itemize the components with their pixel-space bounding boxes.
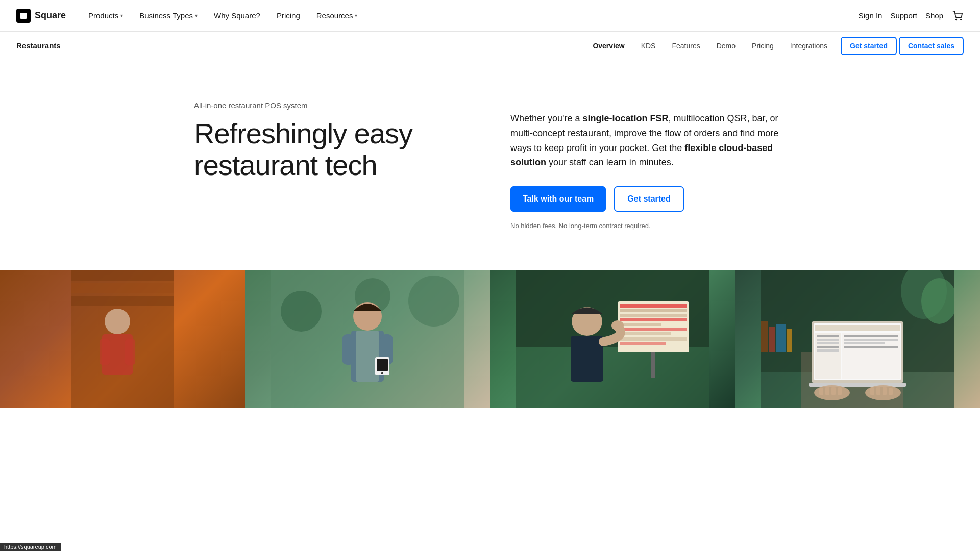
svg-rect-60 (844, 346, 898, 348)
nav-right: Sign In Support Shop (859, 10, 964, 22)
svg-rect-32 (620, 337, 687, 341)
hero-section: All-in-one restaurant POS system Refresh… (133, 60, 847, 270)
pos-scene (516, 270, 709, 408)
image-strip (0, 270, 980, 408)
svg-point-12 (408, 276, 459, 327)
svg-rect-42 (761, 321, 768, 352)
chevron-down-icon: ▾ (120, 13, 123, 18)
svg-rect-36 (571, 336, 603, 382)
nav-products[interactable]: Products ▾ (82, 7, 129, 24)
chevron-down-icon: ▾ (195, 13, 198, 18)
subnav-overview[interactable]: Overview (585, 38, 631, 54)
svg-rect-25 (620, 304, 687, 308)
svg-rect-27 (620, 314, 687, 317)
image-pos (490, 270, 735, 408)
brand-label: Restaurants (16, 41, 61, 50)
subnav-pricing[interactable]: Pricing (745, 38, 781, 54)
svg-rect-28 (620, 318, 687, 321)
svg-rect-26 (620, 309, 687, 312)
logo-icon (16, 9, 31, 23)
get-started-button[interactable]: Get started (614, 186, 683, 212)
svg-rect-70 (883, 387, 887, 395)
nav-why-square[interactable]: Why Square? (208, 7, 266, 24)
hero-right: Whether you're a single-location FSR, mu… (510, 101, 786, 230)
hero-title: Refreshingly easy restaurant tech (194, 118, 470, 181)
server-background (245, 270, 490, 408)
nav-business-types[interactable]: Business Types ▾ (133, 7, 204, 24)
svg-point-11 (281, 291, 322, 332)
svg-rect-33 (620, 342, 666, 345)
svg-rect-55 (817, 346, 839, 348)
laptop-scene (761, 270, 954, 408)
svg-rect-4 (71, 283, 174, 293)
cart-icon[interactable] (951, 10, 964, 22)
nav-products-label: Products (88, 11, 118, 20)
image-kitchen (0, 270, 245, 408)
image-server (245, 270, 490, 408)
svg-rect-43 (769, 327, 775, 352)
subnav-integrations[interactable]: Integrations (783, 38, 835, 54)
logo-icon-inner (20, 13, 27, 19)
talk-with-team-button[interactable]: Talk with our team (510, 186, 606, 212)
svg-point-37 (611, 320, 624, 331)
svg-rect-45 (787, 329, 792, 352)
svg-rect-31 (620, 332, 671, 335)
svg-rect-67 (838, 387, 842, 395)
svg-rect-30 (620, 328, 687, 331)
svg-rect-58 (844, 339, 898, 341)
image-laptop (735, 270, 980, 408)
hero-eyebrow: All-in-one restaurant POS system (194, 101, 470, 110)
svg-rect-71 (889, 388, 893, 395)
logo-text: Square (35, 10, 66, 21)
svg-rect-66 (831, 387, 836, 395)
nav-business-types-label: Business Types (139, 11, 193, 20)
kitchen-background (0, 270, 245, 408)
svg-rect-17 (342, 334, 355, 365)
svg-rect-57 (844, 335, 898, 337)
svg-point-6 (105, 309, 130, 334)
svg-rect-65 (825, 387, 829, 395)
hero-buttons: Talk with our team Get started (510, 186, 786, 212)
svg-rect-44 (776, 324, 786, 352)
svg-rect-20 (377, 359, 388, 371)
sub-nav-items: Overview KDS Features Demo Pricing Integ… (585, 37, 964, 55)
svg-rect-69 (876, 387, 880, 395)
hero-disclaimer: No hidden fees. No long-term contract re… (510, 222, 786, 230)
logo[interactable]: Square (16, 9, 66, 23)
subnav-get-started-button[interactable]: Get started (841, 37, 897, 55)
nav-why-square-label: Why Square? (214, 11, 260, 20)
subnav-features[interactable]: Features (665, 38, 707, 54)
svg-rect-8 (100, 339, 110, 365)
svg-rect-54 (817, 342, 839, 344)
svg-rect-9 (125, 339, 135, 365)
svg-rect-68 (870, 387, 874, 395)
laptop-background (735, 270, 980, 408)
nav-pricing[interactable]: Pricing (271, 7, 306, 24)
subnav-demo[interactable]: Demo (709, 38, 743, 54)
hero-description: Whether you're a single-location FSR, mu… (510, 111, 786, 170)
nav-pricing-label: Pricing (277, 11, 300, 20)
nav-resources-label: Resources (316, 11, 353, 20)
chevron-down-icon: ▾ (355, 13, 357, 18)
svg-rect-3 (71, 270, 174, 281)
pos-background (490, 270, 735, 408)
shop-link[interactable]: Shop (925, 11, 943, 20)
sign-in-link[interactable]: Sign In (859, 11, 883, 20)
svg-rect-59 (844, 342, 885, 344)
svg-rect-53 (817, 339, 839, 341)
kitchen-scene (71, 270, 174, 408)
hero-left: All-in-one restaurant POS system Refresh… (194, 101, 470, 181)
svg-rect-52 (817, 335, 839, 337)
nav-left: Square Products ▾ Business Types ▾ Why S… (16, 7, 363, 24)
top-navigation: Square Products ▾ Business Types ▾ Why S… (0, 0, 980, 32)
svg-rect-49 (815, 325, 900, 331)
subnav-contact-sales-button[interactable]: Contact sales (899, 37, 964, 55)
svg-point-1 (961, 19, 962, 20)
support-link[interactable]: Support (890, 11, 917, 20)
subnav-kds[interactable]: KDS (634, 38, 663, 54)
svg-point-0 (956, 19, 957, 20)
svg-rect-64 (819, 388, 823, 395)
nav-resources[interactable]: Resources ▾ (310, 7, 364, 24)
svg-rect-21 (381, 372, 383, 374)
svg-rect-29 (620, 323, 661, 326)
